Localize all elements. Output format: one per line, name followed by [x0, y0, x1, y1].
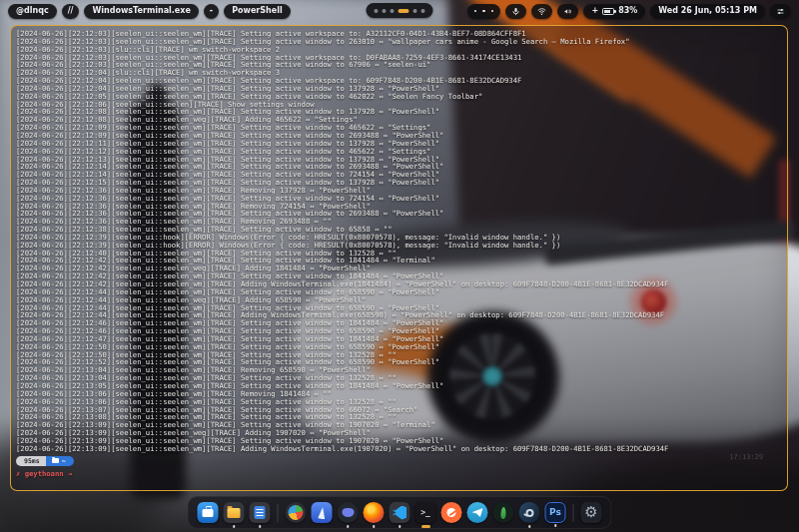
terminal-content: [2024-06-26][22:12:03][seelen_ui::seelen… — [16, 30, 783, 487]
running-indicator — [373, 525, 376, 528]
quick-settings-button[interactable] — [770, 4, 791, 19]
focused-window-pill[interactable]: PowerShell — [224, 4, 291, 19]
vscode-icon — [393, 506, 406, 520]
dock: Ps⚙ — [188, 496, 612, 529]
separator-pill[interactable]: // — [62, 4, 80, 19]
dock-item-discord[interactable] — [338, 502, 359, 523]
color-wheel-icon — [289, 505, 304, 520]
workspace-switcher[interactable] — [367, 3, 433, 18]
volume-button[interactable] — [557, 4, 578, 19]
quick-settings-icon — [776, 7, 785, 16]
dock-item-color-wheel[interactable] — [286, 502, 307, 523]
dock-item-mongodb[interactable] — [493, 502, 514, 523]
notes-icon — [255, 506, 266, 519]
wifi-button[interactable] — [531, 4, 552, 19]
prompt-row: 95ms ~ — [16, 456, 74, 466]
running-indicator — [554, 524, 557, 527]
prompt-duration: 95ms — [16, 456, 46, 466]
microsoft-store-icon — [203, 509, 214, 517]
battery-button[interactable]: + 83% — [583, 4, 645, 19]
running-indicator — [233, 525, 236, 528]
photoshop-icon: Ps — [549, 508, 561, 517]
terminal-log: [2024-06-26][22:12:03][seelen_ui::seelen… — [16, 30, 783, 453]
dock-item-firefox[interactable] — [364, 502, 385, 523]
tray-overflow-button[interactable] — [467, 4, 501, 19]
terminal-window[interactable]: [2024-06-26][22:12:03][seelen_ui::seelen… — [10, 25, 788, 491]
file-explorer-icon — [228, 508, 241, 518]
workspace-dot[interactable] — [383, 9, 387, 13]
seelen-settings-icon: ⚙ — [584, 505, 597, 520]
prompt-path-segment: ~ — [46, 456, 74, 466]
clock-pill[interactable]: Wed 26 Jun, 05:13 PM — [650, 4, 765, 19]
charging-icon: + — [591, 7, 598, 15]
telegram-icon — [472, 508, 483, 517]
microphone-button[interactable] — [505, 4, 526, 19]
folder-icon — [52, 458, 59, 463]
workspace-dot[interactable] — [413, 9, 417, 13]
fancy-toolbar: @dlnqc // WindowsTerminal.exe - PowerShe… — [0, 0, 799, 22]
log-line: [2024-06-26][22:13:09][seelen_ui::seelen… — [16, 445, 783, 453]
running-indicator — [399, 525, 401, 528]
microphone-icon — [511, 7, 520, 16]
workspace-dot[interactable] — [375, 9, 379, 13]
mongodb-icon — [500, 506, 506, 518]
dock-item-notes[interactable] — [250, 502, 271, 523]
postman-icon — [447, 508, 456, 517]
sailboat-icon — [316, 506, 328, 519]
dock-item-microsoft-store[interactable] — [198, 502, 219, 523]
running-indicator — [347, 525, 350, 528]
wifi-icon — [537, 7, 546, 16]
running-indicator — [528, 525, 531, 528]
toolbar-left: @dlnqc // WindowsTerminal.exe - PowerShe… — [8, 4, 291, 19]
dock-item-sailboat[interactable] — [312, 502, 333, 523]
prompt-clock: 17:13:29 — [729, 453, 763, 461]
prompt-status: ✗ geythoann → — [16, 469, 783, 478]
dock-item-photoshop[interactable]: Ps — [545, 502, 566, 523]
dock-item-terminal[interactable] — [415, 502, 436, 523]
steam-icon — [525, 509, 533, 517]
toolbar-right: + 83% Wed 26 Jun, 05:13 PM — [467, 4, 791, 19]
prompt-path: ~ — [62, 456, 66, 466]
workspace-dot[interactable] — [391, 9, 395, 13]
workspace-active[interactable] — [399, 9, 409, 13]
tray-overflow-icon — [482, 10, 485, 13]
dock-item-telegram[interactable] — [467, 502, 488, 523]
discord-icon — [342, 508, 354, 517]
dock-separator — [278, 504, 279, 522]
focused-app-pill[interactable]: WindowsTerminal.exe — [84, 4, 198, 19]
running-indicator — [421, 525, 430, 528]
running-indicator — [259, 525, 262, 528]
terminal-icon — [420, 509, 430, 517]
dock-item-steam[interactable] — [519, 502, 540, 523]
tray-overflow-icon — [474, 10, 477, 13]
user-pill[interactable]: @dlnqc — [8, 4, 57, 19]
dock-item-vscode[interactable] — [390, 502, 410, 523]
battery-icon — [602, 8, 614, 15]
battery-level: 83% — [618, 7, 637, 15]
volume-icon — [563, 7, 572, 16]
workspace-dot[interactable] — [421, 9, 425, 13]
dock-separator — [573, 504, 574, 522]
dock-item-postman[interactable] — [441, 502, 462, 523]
dock-item-seelen-settings[interactable]: ⚙ — [581, 502, 602, 523]
dock-item-file-explorer[interactable] — [224, 502, 245, 523]
tray-overflow-icon — [491, 10, 494, 13]
dash-pill[interactable]: - — [204, 4, 219, 19]
